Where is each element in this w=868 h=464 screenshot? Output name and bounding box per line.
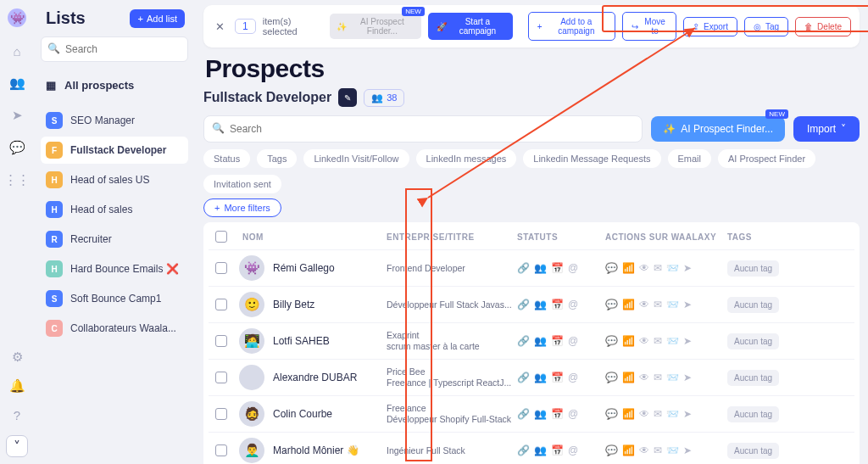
list-badge: S	[46, 112, 63, 129]
ai-prospect-finder-button[interactable]: ✨ AI Prospect Finder...NEW	[651, 116, 785, 142]
bell-icon[interactable]: 🔔	[8, 377, 25, 394]
table-row[interactable]: 👾 Rémi Gallego Frontend Developer 🔗👥📅@ 💬…	[209, 249, 854, 286]
filter-chip[interactable]: LinkedIn Visit/Follow	[303, 149, 409, 168]
no-tag-button[interactable]: Aucun tag	[727, 260, 779, 277]
import-button[interactable]: Import ˅	[793, 116, 860, 142]
selection-toolbar: ✕ 1 item(s) selected ✨ AI Prospect Finde…	[203, 5, 860, 48]
filter-chip[interactable]: Status	[203, 149, 250, 168]
chat-icon[interactable]: 💬	[8, 139, 25, 156]
sidebar-list-item[interactable]: HHead of sales US	[41, 166, 188, 193]
main-search-input[interactable]	[203, 115, 643, 143]
filter-chip[interactable]: Linkedin Message Requests	[523, 149, 660, 168]
close-icon[interactable]: ✕	[212, 17, 228, 36]
col-entreprise: ENTREPRISE/TITRE	[387, 232, 514, 242]
prospect-name: Alexandre DUBAR	[273, 372, 383, 383]
main-search[interactable]: 🔍	[203, 115, 643, 143]
start-campaign-button[interactable]: 🚀Start a campaign	[428, 13, 513, 40]
nav-rail: 👾 ⌂ 👥 ➤ 💬 ⋮⋮ ⚙ 🔔 ? ˅	[0, 0, 34, 464]
row-checkbox[interactable]	[215, 444, 227, 456]
no-tag-button[interactable]: Aucun tag	[727, 297, 779, 313]
help-icon[interactable]: ?	[8, 406, 25, 423]
mail-icon: ✉	[654, 444, 662, 456]
table-row[interactable]: 🙂 Billy Betz Développeur Full Stack Java…	[209, 286, 854, 322]
filter-chip[interactable]: Tags	[257, 149, 297, 168]
link-icon: 🔗	[517, 299, 530, 310]
calendar-icon: 📅	[551, 444, 564, 456]
prospect-name: Colin Courbe	[273, 408, 383, 420]
table-row[interactable]: 🧑‍💻 Lotfi SAHEB Exaprintscrum master à l…	[209, 322, 854, 359]
sidebar-list-item[interactable]: SSEO Manager	[41, 107, 188, 134]
table-row[interactable]: 🧔 Colin Courbe FreelanceDéveloppeur Shop…	[209, 395, 854, 432]
rss-icon: 📶	[622, 299, 635, 310]
sidebar-list-item[interactable]: CCollaborateurs Waala...	[41, 315, 188, 342]
gear-icon[interactable]: ⚙	[8, 349, 25, 366]
at-icon: @	[568, 408, 578, 420]
export-button[interactable]: ⇪ Export	[683, 17, 737, 36]
people-icon[interactable]: 👥	[8, 75, 25, 92]
table-row[interactable]: Alexandre DUBAR Price BeeFreelance | Typ…	[209, 359, 854, 395]
sidebar-list-item[interactable]: FFullstack Developer	[41, 137, 188, 164]
row-checkbox[interactable]	[215, 335, 227, 347]
delete-button[interactable]: 🗑 Delete	[795, 17, 851, 36]
more-filters-button[interactable]: + More filters	[203, 198, 281, 217]
sidebar-search[interactable]: 🔍	[41, 36, 188, 62]
list-label: Collaborateurs Waala...	[70, 322, 176, 334]
rocket-icon[interactable]: ➤	[8, 107, 25, 124]
grid-icon: ▦	[46, 79, 56, 92]
home-icon[interactable]: ⌂	[8, 42, 25, 59]
at-icon: @	[568, 299, 578, 310]
row-checkbox[interactable]	[215, 372, 227, 383]
add-to-campaign-button[interactable]: + Add to a campaign	[528, 12, 615, 41]
edit-list-icon[interactable]: ✎	[338, 88, 357, 107]
status-icons: 🔗👥📅@	[517, 335, 602, 347]
table-row[interactable]: 👨‍🦱 Marhold Mônier 👋 Ingénieur Full Stac…	[209, 432, 854, 464]
all-prospects[interactable]: ▦ All prospects	[41, 72, 188, 98]
collapse-toggle[interactable]: ˅	[6, 435, 28, 457]
select-all-checkbox[interactable]	[215, 231, 227, 243]
no-tag-button[interactable]: Aucun tag	[727, 370, 779, 386]
action-icons: 💬📶👁✉📨➤	[605, 444, 724, 456]
move-to-button[interactable]: ↪ Move to	[622, 12, 676, 41]
list-badge: R	[46, 231, 63, 248]
inbox-icon: 📨	[666, 372, 679, 383]
row-checkbox[interactable]	[215, 262, 227, 274]
list-label: Recruiter	[70, 233, 112, 245]
sidebar-list-item[interactable]: SSoft Bounce Camp1	[41, 285, 188, 312]
filter-chip[interactable]: LinkedIn messages	[416, 149, 517, 168]
prospect-count: 👥38	[364, 89, 404, 107]
send-icon: ➤	[683, 299, 692, 310]
link-icon: 🔗	[517, 372, 530, 383]
at-icon: @	[568, 262, 578, 274]
add-list-button[interactable]: + Add list	[130, 9, 185, 28]
no-tag-button[interactable]: Aucun tag	[727, 333, 779, 349]
chat-icon: 💬	[605, 299, 618, 310]
mail-icon: ✉	[654, 262, 662, 274]
avatar: 🧔	[239, 401, 264, 427]
row-checkbox[interactable]	[215, 299, 227, 310]
row-checkbox[interactable]	[215, 408, 227, 420]
filter-chip[interactable]: Invitation sent	[203, 175, 281, 193]
sidebar: Lists + Add list 🔍 ▦ All prospects SSEO …	[34, 0, 195, 464]
action-icons: 💬📶👁✉📨➤	[605, 408, 724, 420]
company-title: Exaprintscrum master à la carte	[387, 330, 514, 351]
link-icon: 🔗	[517, 335, 530, 347]
sidebar-list-item[interactable]: HHard Bounce Emails ❌	[41, 255, 188, 282]
prospects-table: NOM ENTREPRISE/TITRE STATUTS ACTIONS SUR…	[203, 222, 860, 464]
company-title: FreelanceDéveloppeur Shopify Full-Stack	[387, 403, 514, 424]
sidebar-list-item[interactable]: RRecruiter	[41, 226, 188, 253]
ai-finder-disabled-button: ✨ AI Prospect Finder...NEW	[330, 14, 421, 39]
no-tag-button[interactable]: Aucun tag	[727, 406, 779, 422]
tag-button[interactable]: ◎ Tag	[744, 17, 788, 36]
list-label: Hard Bounce Emails ❌	[70, 263, 179, 275]
tag-icon: ◎	[754, 22, 761, 31]
filter-chip[interactable]: AI Prospect Finder	[718, 149, 815, 168]
sidebar-search-input[interactable]	[41, 36, 188, 62]
filter-chip[interactable]: Email	[668, 149, 712, 168]
no-tag-button[interactable]: Aucun tag	[727, 443, 779, 459]
inbox-icon: 📨	[666, 408, 679, 420]
sidebar-list-item[interactable]: HHead of sales	[41, 196, 188, 223]
people-icon: 👥	[534, 372, 547, 383]
team-icon[interactable]: ⋮⋮	[8, 171, 25, 188]
calendar-icon: 📅	[551, 299, 564, 310]
mail-icon: ✉	[654, 335, 662, 347]
